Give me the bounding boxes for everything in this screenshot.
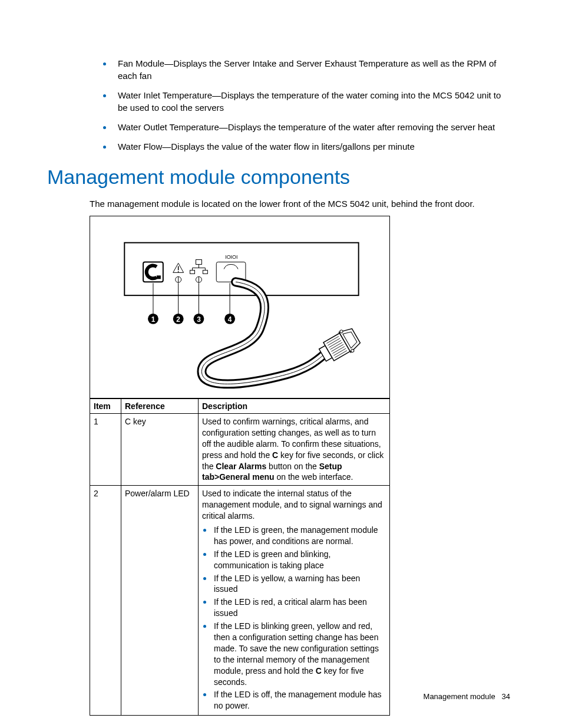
bullet-fan-module: Fan Module—Displays the Server Intake an… — [113, 56, 510, 82]
col-header-description: Description — [199, 399, 390, 414]
serial-cable — [201, 282, 325, 384]
svg-text:1: 1 — [151, 315, 156, 324]
section-heading: Management module components — [47, 166, 510, 189]
led-states-list: If the LED is green, the management modu… — [202, 524, 386, 711]
component-reference-table: Item Reference Description 1 C key Used … — [90, 398, 390, 716]
led-state-off: If the LED is off, the management module… — [213, 689, 386, 711]
footer-section-label: Management module — [424, 692, 495, 701]
intro-paragraph: The management module is located on the … — [90, 197, 510, 210]
led-state-yellow: If the LED is yellow, a warning has been… — [213, 572, 386, 595]
svg-rect-1 — [157, 275, 161, 279]
desc-text: on the web interface. — [275, 472, 353, 482]
svg-rect-5 — [196, 260, 201, 265]
cell-desc-1: Used to confirm warnings, critical alarm… — [199, 414, 390, 486]
callout-1: 1 — [148, 314, 158, 324]
col-header-reference: Reference — [121, 399, 199, 414]
cell-item-2: 2 — [90, 486, 121, 716]
serial-port-label: IOIOI — [225, 254, 237, 260]
cell-ref-2: Power/alarm LED — [121, 486, 199, 716]
network-icon — [190, 260, 208, 274]
table-header-row: Item Reference Description — [90, 399, 390, 414]
bullet-water-inlet: Water Inlet Temperature—Displays the tem… — [113, 88, 510, 114]
svg-text:3: 3 — [197, 315, 201, 324]
svg-point-3 — [178, 271, 179, 272]
callout-4: 4 — [224, 314, 235, 324]
bold-clear-alarms: Clear Alarms — [216, 462, 266, 471]
callout-2: 2 — [173, 314, 184, 324]
document-page: Fan Module—Displays the Server Intake an… — [0, 0, 562, 728]
svg-rect-10 — [190, 270, 195, 274]
figure-svg: IOIOI 1 2 3 4 — [90, 216, 389, 398]
bullet-water-flow: Water Flow—Displays the value of the wat… — [113, 139, 510, 153]
table-row: 2 Power/alarm LED Used to indicate the i… — [90, 486, 390, 716]
led-state-green: If the LED is green, the management modu… — [213, 524, 386, 547]
cell-item-1: 1 — [90, 414, 121, 486]
c-key-icon — [143, 262, 163, 282]
svg-text:2: 2 — [176, 315, 180, 324]
intro-bullet-list: Fan Module—Displays the Server Intake an… — [90, 56, 510, 153]
cell-ref-1: C key — [121, 414, 199, 486]
cell-desc-2: Used to indicate the internal status of … — [199, 486, 390, 716]
footer-page-number: 34 — [502, 692, 510, 701]
col-header-item: Item — [90, 399, 121, 414]
page-footer: Management module 34 — [424, 692, 510, 701]
svg-text:4: 4 — [228, 315, 232, 324]
led-state-green-blink: If the LED is green and blinking, commun… — [213, 548, 386, 571]
bold-c: C — [316, 666, 322, 676]
management-module-figure: IOIOI 1 2 3 4 — [90, 216, 390, 398]
desc-text: button on the — [266, 462, 319, 471]
svg-rect-11 — [203, 270, 207, 274]
warning-triangle-icon — [173, 263, 184, 272]
bullet-water-outlet: Water Outlet Temperature—Displays the te… — [113, 120, 510, 133]
callout-3: 3 — [194, 314, 204, 324]
table-row: 1 C key Used to confirm warnings, critic… — [90, 414, 390, 486]
bold-c: C — [272, 450, 278, 460]
desc-intro-text: Used to indicate the internal status of … — [202, 489, 382, 521]
led-state-multicolor: If the LED is blinking green, yellow and… — [213, 620, 386, 687]
led-state-red: If the LED is red, a critical alarm has … — [213, 596, 386, 619]
